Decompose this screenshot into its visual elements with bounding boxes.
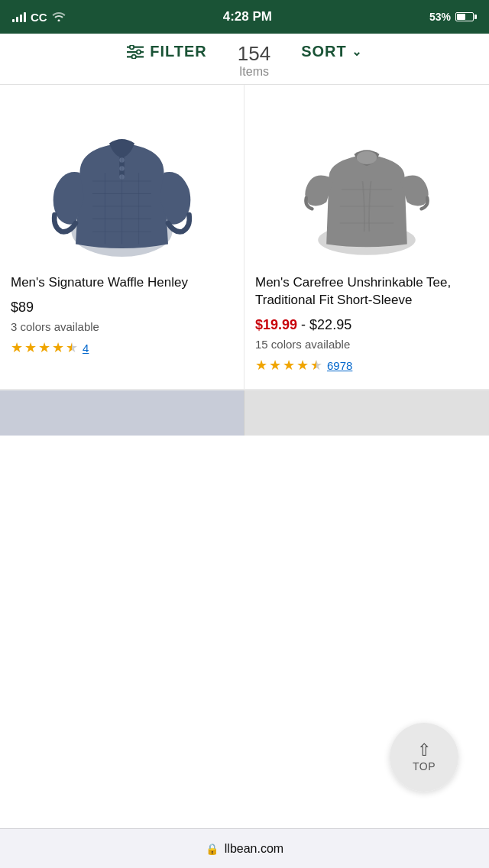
star-2-2: ★ — [269, 357, 281, 374]
product-image-2 — [255, 97, 478, 265]
star-2: ★ — [24, 339, 37, 356]
star-2-1: ★ — [255, 357, 267, 374]
chevron-down-icon: ⌄ — [351, 44, 362, 59]
filter-icon — [127, 45, 144, 59]
sale-price-2: $19.99 — [255, 317, 297, 332]
filter-label: FILTER — [150, 43, 207, 60]
product-price-2: $19.99 - $22.95 — [255, 317, 478, 333]
star-3: ★ — [38, 339, 50, 356]
battery-icon — [455, 12, 477, 21]
product-name-2: Men's Carefree Unshrinkable Tee, Traditi… — [255, 274, 478, 309]
tshirt-svg — [255, 97, 478, 265]
url-text: llbean.com — [225, 842, 283, 856]
status-time: 4:28 PM — [223, 9, 272, 24]
rating-count-1[interactable]: 4 — [83, 342, 89, 355]
filter-button[interactable]: FILTER — [127, 43, 222, 60]
item-count-number: 154 — [238, 43, 270, 65]
top-arrow-icon: ⇧ — [417, 742, 431, 759]
product-image-1 — [11, 97, 233, 265]
product-card-bottom-1 — [0, 390, 244, 436]
battery-percentage: 53% — [429, 11, 451, 23]
regular-price-val-2: $22.95 — [309, 317, 351, 332]
product-card-1[interactable]: Men's Signature Waffle Henley $89 3 colo… — [0, 85, 244, 390]
product-grid-bottom-row — [0, 390, 489, 436]
rating-row-2: ★ ★ ★ ★ ★ 6978 — [255, 357, 478, 374]
star-5-half: ★ — [66, 339, 78, 356]
wifi-icon — [52, 11, 66, 24]
status-bar: CC 4:28 PM 53% — [0, 0, 489, 34]
browser-bar: 🔒 llbean.com — [0, 828, 489, 868]
product-card-2[interactable]: Men's Carefree Unshrinkable Tee, Traditi… — [244, 85, 489, 390]
sort-button[interactable]: SORT ⌄ — [286, 43, 362, 60]
stars-2: ★ ★ ★ ★ ★ — [255, 357, 322, 374]
item-count-label: Items — [239, 65, 269, 79]
top-button-label: TOP — [413, 760, 436, 772]
star-2-3: ★ — [283, 357, 295, 374]
regular-price-2: - — [301, 317, 306, 332]
svg-point-4 — [137, 50, 141, 53]
product-colors-1: 3 colors available — [11, 320, 233, 333]
star-2-5-half: ★ — [310, 357, 322, 374]
svg-point-3 — [130, 45, 134, 49]
henley-svg — [11, 97, 233, 265]
stars-1: ★ ★ ★ ★ ★ — [11, 339, 78, 356]
rating-row-1: ★ ★ ★ ★ ★ 4 — [11, 339, 233, 356]
lock-icon: 🔒 — [206, 843, 219, 855]
rating-count-2[interactable]: 6978 — [327, 359, 352, 372]
svg-point-20 — [357, 151, 377, 165]
star-4: ★ — [52, 339, 64, 356]
signal-icon — [12, 11, 26, 22]
product-colors-2: 15 colors available — [255, 338, 478, 351]
star-2-4: ★ — [296, 357, 309, 374]
carrier-label: CC — [31, 11, 47, 24]
product-card-bottom-2 — [244, 390, 489, 436]
status-right: 53% — [429, 11, 477, 23]
price-value-1: $89 — [11, 300, 34, 315]
status-left: CC — [12, 11, 66, 24]
filter-sort-bar: FILTER 154 Items SORT ⌄ — [0, 34, 489, 85]
item-count-block: 154 Items — [222, 43, 286, 78]
star-1: ★ — [11, 339, 23, 356]
sort-label: SORT — [301, 43, 347, 60]
top-button[interactable]: ⇧ TOP — [390, 723, 458, 792]
product-name-1: Men's Signature Waffle Henley — [11, 274, 233, 292]
svg-point-5 — [132, 54, 136, 58]
product-grid: Men's Signature Waffle Henley $89 3 colo… — [0, 85, 489, 390]
product-price-1: $89 — [11, 300, 233, 316]
